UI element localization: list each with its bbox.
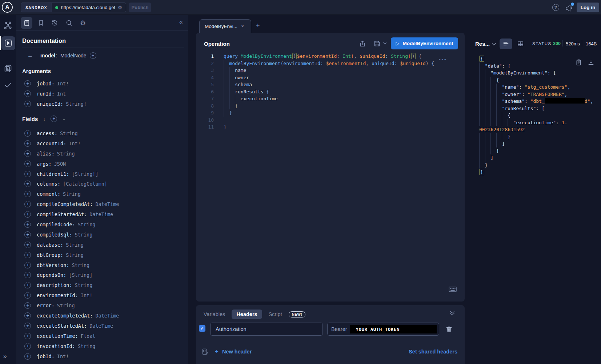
add-field-icon[interactable]: + [24,101,31,107]
tab-script[interactable]: Script [269,311,282,317]
add-field-icon[interactable]: + [24,323,31,329]
field-type-link[interactable]: DateTime [89,323,113,329]
tab-headers[interactable]: Headers [232,310,262,319]
response-title[interactable]: Res... [475,41,490,47]
delete-header-trash-icon[interactable] [445,325,453,333]
add-field-icon[interactable]: + [24,262,31,268]
endpoint-url-input[interactable]: https://metadata.cloud.get ⚙ [52,3,126,12]
field-type-link[interactable]: DateTime [95,313,119,319]
run-operation-button[interactable]: ▷ ModelByEnvironment [391,37,458,49]
field-type-link[interactable]: String [75,232,93,238]
saved-operations-bookmark-icon[interactable] [37,19,45,27]
field-type-link[interactable]: String [63,191,81,197]
field-type-link[interactable]: String [78,222,96,227]
close-tab-icon[interactable]: × [241,23,244,29]
field-type-link[interactable]: [CatalogColumn] [63,181,107,187]
checks-icon[interactable] [4,81,12,89]
field-type-link[interactable]: String [57,303,75,308]
add-field-icon[interactable]: + [24,201,31,207]
add-field-icon[interactable]: + [24,150,31,157]
set-shared-headers-link[interactable]: Set shared headers [409,349,457,355]
add-field-icon[interactable]: + [24,353,31,360]
add-field-icon[interactable]: + [24,282,31,288]
edit-as-document-icon[interactable] [201,348,209,355]
add-field-icon[interactable]: + [24,312,31,319]
explorer-icon[interactable] [4,39,13,48]
field-type-link[interactable]: Int! [57,353,69,359]
add-field-icon[interactable]: + [24,272,31,278]
add-field-icon[interactable]: + [24,181,31,187]
save-dropdown-chevron-icon[interactable] [383,42,390,49]
field-type-link[interactable]: String! [66,101,87,107]
field-type-link[interactable]: Int! [81,292,93,298]
field-type-link[interactable]: String [78,343,96,349]
keyboard-shortcuts-icon[interactable] [449,286,457,292]
add-field-icon[interactable]: + [24,302,31,309]
editor-more-menu-icon[interactable]: ••• [439,57,447,62]
field-type-link[interactable]: Int! [57,81,69,86]
graphql-query-editor[interactable]: 1query ModelByEnvironment($environmentId… [196,53,465,131]
field-type-link[interactable]: String [60,130,78,136]
field-type-link[interactable]: [String!] [72,171,98,177]
new-header-button[interactable]: + New header [215,348,252,355]
add-field-icon[interactable]: + [24,130,31,137]
breadcrumb-type[interactable]: ModelNode [60,53,87,58]
add-field-icon[interactable]: + [24,90,31,97]
field-type-link[interactable]: Int! [69,141,81,146]
add-field-icon[interactable]: + [24,161,31,167]
apollo-logo-icon[interactable]: A [2,2,13,13]
field-type-link[interactable]: String [75,282,93,288]
publish-button[interactable]: Publish [129,3,151,12]
add-field-icon[interactable]: + [24,231,31,238]
back-arrow-icon[interactable]: ← [27,52,33,59]
collapse-panel-double-chevron-icon[interactable] [449,310,455,316]
field-type-link[interactable]: String [72,262,89,268]
add-field-icon[interactable]: + [24,140,31,147]
collapse-panel-icon[interactable]: « [179,19,183,26]
history-icon[interactable] [51,19,58,27]
add-fields-icon[interactable]: + [51,116,57,122]
field-type-link[interactable]: DateTime [89,211,113,217]
field-type-link[interactable]: String [66,252,84,258]
save-operation-icon[interactable] [373,40,381,47]
add-field-icon[interactable]: + [24,171,31,177]
endpoint-settings-gear-icon[interactable]: ⚙ [118,5,123,10]
header-enabled-checkbox[interactable]: ✓ [199,325,205,332]
field-type-link[interactable]: Float [81,333,96,339]
search-icon[interactable] [65,19,73,27]
response-dropdown-chevron-icon[interactable] [492,43,496,46]
expand-rail-icon[interactable]: » [3,353,7,360]
tab-variables[interactable]: Variables [204,311,225,317]
field-type-link[interactable]: String [66,242,84,248]
add-all-fields-icon[interactable]: + [90,52,96,59]
new-tab-icon[interactable]: + [256,22,260,29]
add-field-icon[interactable]: + [24,221,31,228]
field-type-link[interactable]: String [57,151,75,157]
chevron-down-icon[interactable]: ⌄ [62,117,65,121]
operation-tab[interactable]: ModelByEnvi... × [199,19,251,33]
add-field-icon[interactable]: + [24,242,31,248]
settings-gear-icon[interactable]: ⚙ [80,19,87,27]
download-response-icon[interactable] [588,59,594,66]
share-operation-icon[interactable] [359,40,366,47]
header-key-input[interactable]: Authorization [210,323,323,336]
sort-fields-icon[interactable]: ↓ [43,116,45,122]
add-field-icon[interactable]: + [24,292,31,299]
add-field-icon[interactable]: + [24,191,31,197]
documentation-tab-icon[interactable] [21,17,32,29]
login-button[interactable]: Log in [577,3,599,12]
add-field-icon[interactable]: + [24,211,31,218]
field-type-link[interactable]: JSON [54,161,66,167]
collections-icon[interactable] [4,64,12,73]
add-field-icon[interactable]: + [24,252,31,258]
help-icon[interactable]: ? [552,4,559,11]
copy-response-icon[interactable] [575,59,582,66]
header-value-input[interactable]: Bearer YOUR_AUTH_TOKEN [327,323,439,336]
add-field-icon[interactable]: + [24,80,31,87]
add-field-icon[interactable]: + [24,333,31,339]
field-type-link[interactable]: [String] [69,272,92,278]
schema-graph-icon[interactable] [4,21,12,30]
field-type-link[interactable]: DateTime [95,201,119,207]
field-type-link[interactable]: Int [57,91,66,97]
table-view-toggle-icon[interactable] [517,40,524,48]
